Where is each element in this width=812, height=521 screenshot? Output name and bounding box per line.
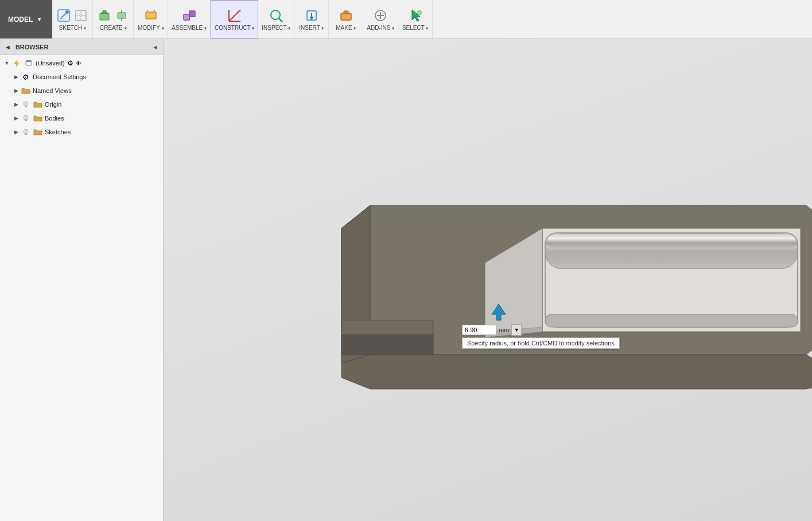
bodies-label: Bodies [45,115,64,122]
named-views-folder-icon [21,85,31,96]
named-views-expand[interactable]: ▶ [11,86,21,95]
toolbar-group-create[interactable]: CREATE ▾ [93,0,134,38]
root-lightning-icon [11,58,22,68]
modify-icon [143,7,159,24]
svg-marker-46 [341,320,433,335]
browser-header: ◄ BROWSER ◄ [0,39,163,55]
tree-item-sketches[interactable]: ▶ Sketches [0,125,163,139]
toolbar-group-addins[interactable]: ADD-INS ▾ [363,0,398,38]
addins-icon [372,7,388,24]
svg-point-21 [271,10,280,20]
insert-icon [304,7,320,24]
toolbar: MODEL ▼ SKETCH ▾ [0,0,812,39]
svg-marker-45 [341,335,433,355]
sketch-icon-2 [73,7,89,24]
svg-rect-50 [545,234,798,248]
svg-marker-54 [492,304,506,320]
toolbar-group-inspect[interactable]: INSPECT ▾ [258,0,294,38]
toolbar-group-assemble[interactable]: ASSEMBLE ▾ [168,0,211,38]
model-tab-arrow: ▼ [37,17,42,22]
bodies-expand[interactable]: ▶ [11,114,21,123]
bodies-bulb-icon [21,113,31,123]
origin-expand[interactable]: ▶ [11,100,21,109]
create-icon [96,7,112,24]
root-settings-icon[interactable]: ⚙ [67,59,73,67]
svg-rect-15 [189,11,195,17]
model-tab[interactable]: MODEL ▼ [0,0,52,38]
create-icon-2 [114,7,130,24]
tree-item-doc-settings[interactable]: ▶ ⚙ Document Settings [0,70,163,84]
svg-rect-6 [100,13,109,20]
toolbar-group-insert[interactable]: INSERT ▾ [294,0,329,38]
construct-label: CONSTRUCT ▾ [215,25,254,31]
doc-settings-gear-icon: ⚙ [21,72,31,82]
model-tab-label: MODEL [8,15,33,24]
collapse-left-icon[interactable]: ◄ [5,44,11,50]
svg-rect-32 [418,11,421,14]
radius-dropdown[interactable]: ▼ [511,324,522,336]
svg-marker-43 [341,355,812,389]
svg-marker-7 [101,10,108,13]
svg-rect-34 [26,61,32,65]
svg-rect-27 [344,11,348,14]
tree-root-item[interactable]: ▼ (Unsaved) ⚙ 👁 [0,56,163,70]
svg-rect-14 [184,14,189,20]
toolbar-group-modify[interactable]: MODIFY ▾ [134,0,168,38]
toolbar-group-make[interactable]: MAKE ▾ [329,0,363,38]
modify-label: MODIFY ▾ [138,25,164,31]
radius-input[interactable] [462,325,496,335]
construct-icon [227,7,243,24]
svg-rect-26 [341,13,351,20]
insert-label: INSERT ▾ [299,25,324,31]
tree-item-named-views[interactable]: ▶ Named Views [0,84,163,98]
tooltip-message-box: Specify radius, or hold Ctrl/CMD to modi… [462,337,620,349]
svg-marker-25 [309,17,314,20]
doc-settings-expand[interactable]: ▶ [11,72,21,81]
inspect-label: INSPECT ▾ [262,25,290,31]
origin-folder-icon [33,99,43,110]
svg-rect-11 [146,12,156,19]
origin-label: Origin [45,101,61,108]
root-expand-icon[interactable]: ▼ [2,59,11,68]
addins-label: ADD-INS ▾ [367,25,394,31]
toolbar-group-select[interactable]: SELECT ▾ [398,0,433,38]
select-icon [407,7,424,24]
svg-rect-8 [118,13,126,18]
browser-title: ◄ BROWSER [5,44,48,50]
radius-unit-label: mm [499,326,509,333]
svg-rect-39 [25,120,27,121]
svg-point-40 [24,129,28,134]
tooltip-message-text: Specify radius, or hold Ctrl/CMD to modi… [467,340,615,347]
named-views-label: Named Views [33,87,72,94]
inspect-icon [268,7,284,24]
tree-item-origin[interactable]: ▶ Origin [0,98,163,111]
svg-marker-33 [14,60,19,67]
sketches-label: Sketches [45,129,71,135]
browser-expand-icon[interactable]: ◄ [152,44,158,50]
tree-item-bodies[interactable]: ▶ Bodies [0,111,163,125]
sketches-expand[interactable]: ▶ [11,127,21,137]
make-icon [338,7,354,24]
root-layer-icon [24,58,34,68]
svg-line-17 [229,10,240,21]
assemble-label: ASSEMBLE ▾ [172,25,207,31]
sketch-icon [56,7,72,24]
toolbar-group-sketch[interactable]: SKETCH ▾ [52,0,93,38]
bodies-folder-icon [33,113,43,123]
root-visibility-icon[interactable]: 👁 [76,60,81,67]
radius-input-row: mm ▼ [462,324,620,336]
svg-point-38 [24,115,28,120]
tooltip-up-arrow-icon [491,303,507,321]
3d-model-shape [238,171,812,401]
sketch-label: SKETCH ▾ [59,25,86,31]
sketches-bulb-icon [21,127,31,137]
sketches-folder-icon [33,127,43,137]
svg-rect-41 [25,134,27,135]
svg-rect-35 [26,60,32,62]
viewport[interactable]: mm ▼ Specify radius, or hold Ctrl/CMD to… [164,39,812,521]
toolbar-group-construct[interactable]: CONSTRUCT ▾ [211,0,258,38]
select-label: SELECT ▾ [402,25,429,31]
svg-line-22 [279,18,282,22]
svg-point-36 [24,102,28,106]
svg-point-2 [65,10,69,14]
